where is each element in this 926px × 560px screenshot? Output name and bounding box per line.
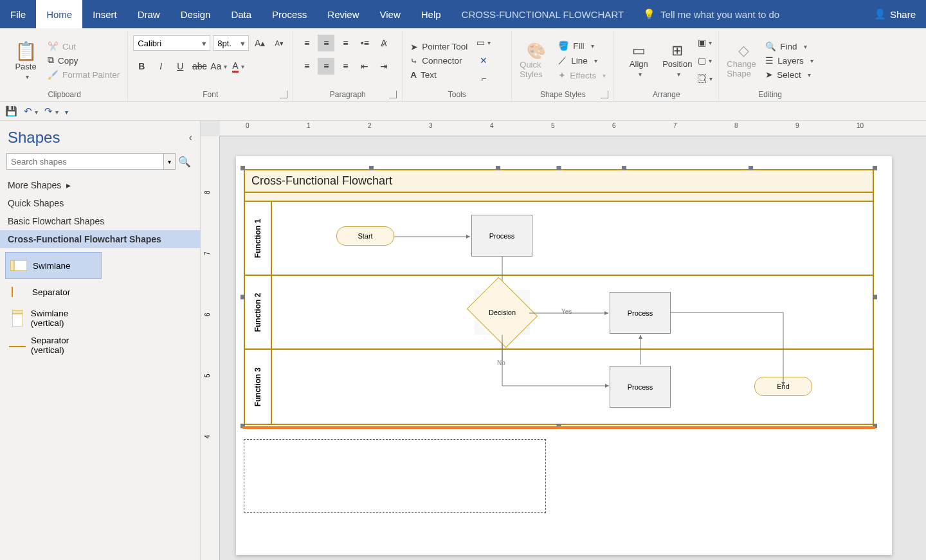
connector[interactable] [501, 343, 613, 388]
lane-label-text: Function 1 [253, 219, 262, 258]
dialog-launcher-icon[interactable] [280, 91, 287, 98]
share-button[interactable]: 👤 Share [864, 8, 926, 20]
save-button[interactable]: 💾 [5, 105, 17, 117]
select-button[interactable]: ➤Select [763, 68, 816, 81]
crop-tool-button[interactable]: ⌐ [475, 70, 492, 87]
layers-button[interactable]: ☰Layers [763, 54, 816, 67]
paste-button[interactable]: 📋 Paste [6, 32, 45, 89]
align-left-button[interactable]: ≡ [298, 58, 315, 75]
dialog-launcher-icon[interactable] [389, 91, 397, 98]
tab-review[interactable]: Review [317, 0, 369, 28]
shape-swimlane-vertical[interactable]: Swimlane (vertical) [5, 305, 102, 332]
lane-1[interactable]: Function 1 Start Process [245, 202, 873, 276]
redo-button[interactable]: ↷ [44, 105, 59, 117]
tab-process[interactable]: Process [262, 0, 317, 28]
decision-node[interactable]: Decision [475, 290, 530, 335]
shape-separator[interactable]: Separator [5, 279, 102, 305]
connector[interactable] [394, 235, 471, 242]
tab-insert[interactable]: Insert [82, 0, 127, 28]
bold-button[interactable]: B [133, 58, 150, 75]
shape-swimlane[interactable]: Swimlane [5, 252, 102, 279]
fill-button[interactable]: 🪣Fill [556, 39, 608, 52]
new-shape-placeholder[interactable] [244, 439, 546, 513]
search-go-button[interactable]: 🔍 [176, 153, 194, 170]
cut-button[interactable]: ✂️Cut [45, 40, 122, 53]
copy-button[interactable]: ⧉Copy [45, 54, 122, 67]
lane-body[interactable]: Start Process [272, 202, 873, 275]
category-cross-functional[interactable]: Cross-Functional Flowchart Shapes [0, 230, 200, 248]
tab-design[interactable]: Design [170, 0, 221, 28]
start-node[interactable]: Start [336, 226, 394, 246]
brush-icon: 🖌️ [48, 69, 59, 80]
collapse-panel-button[interactable]: ‹ [189, 132, 192, 143]
effects-button[interactable]: ✦Effects [556, 69, 608, 82]
category-basic-flowchart[interactable]: Basic Flowchart Shapes [0, 212, 200, 230]
tab-view[interactable]: View [369, 0, 410, 28]
lane-label[interactable]: Function 3 [245, 350, 272, 424]
lane-3[interactable]: Function 3 Process End [245, 350, 873, 424]
quick-styles-button[interactable]: 🎨 Quick Styles [517, 32, 556, 89]
process-node-1[interactable]: Process [471, 215, 532, 257]
align-button[interactable]: ▭Align [619, 32, 658, 89]
swimlane-container[interactable]: Cross-Functional Flowchart Function 1 St… [244, 169, 874, 425]
font-size-combo[interactable]: 8pt.▾ [213, 35, 249, 51]
align-top-center-button[interactable]: ≡ [318, 35, 334, 51]
find-label: Find [780, 42, 797, 51]
connection-point-button[interactable]: ✕ [475, 52, 492, 69]
canvas[interactable]: 0 1 2 3 4 5 6 7 8 9 10 8 7 6 5 4 [201, 121, 926, 560]
connector-tool-button[interactable]: ⤷Connector [408, 55, 470, 68]
swimlane-title[interactable]: Cross-Functional Flowchart [245, 170, 873, 193]
find-button[interactable]: 🔍Find [763, 40, 816, 53]
group-button[interactable]: ⿴ [696, 70, 713, 87]
shapes-search-input[interactable] [6, 153, 164, 170]
increase-indent-button[interactable]: ⇥ [376, 58, 392, 75]
tab-file[interactable]: File [0, 0, 36, 28]
bullets-button[interactable]: •≡ [356, 35, 373, 51]
align-top-right-button[interactable]: ≡ [337, 35, 354, 51]
lane-label[interactable]: Function 1 [245, 202, 272, 275]
underline-button[interactable]: U [172, 58, 188, 75]
category-quick-shapes[interactable]: Quick Shapes [0, 194, 200, 212]
align-top-left-button[interactable]: ≡ [298, 35, 315, 51]
clear-format-button[interactable]: A̷ [376, 35, 392, 51]
connector[interactable] [529, 312, 610, 318]
position-button[interactable]: ⊞Position [658, 32, 696, 89]
rectangle-tool-button[interactable]: ▭ [475, 34, 492, 51]
tab-data[interactable]: Data [221, 0, 262, 28]
drawing-page[interactable]: Cross-Functional Flowchart Function 1 St… [236, 156, 892, 555]
pointer-tool-button[interactable]: ➤Pointer Tool [408, 41, 470, 53]
align-right-button[interactable]: ≡ [337, 58, 354, 75]
italic-button[interactable]: I [152, 58, 169, 75]
connector[interactable] [639, 334, 646, 366]
lane-body[interactable]: Process End [272, 350, 873, 424]
bring-front-button[interactable]: ▣ [696, 34, 713, 51]
connector[interactable] [671, 311, 786, 388]
phase-bar[interactable] [245, 193, 873, 202]
more-shapes-item[interactable]: More Shapes ▸ [0, 176, 200, 194]
lane-label[interactable]: Function 2 [245, 276, 272, 348]
line-button[interactable]: ／Line [556, 53, 608, 68]
decrease-indent-button[interactable]: ⇤ [356, 58, 373, 75]
tab-help[interactable]: Help [411, 0, 451, 28]
font-family-combo[interactable]: Calibri▾ [133, 35, 210, 51]
shape-separator-vertical[interactable]: Separator (vertical) [5, 332, 102, 359]
format-painter-button[interactable]: 🖌️Format Painter [45, 68, 122, 81]
text-tool-button[interactable]: AText [408, 69, 470, 81]
search-dropdown-button[interactable]: ▾ [164, 153, 176, 170]
increase-font-button[interactable]: A▴ [251, 35, 268, 51]
tab-home[interactable]: Home [36, 0, 82, 28]
align-center-button[interactable]: ≡ [318, 58, 334, 75]
decrease-font-button[interactable]: A▾ [271, 35, 287, 51]
process-node-3[interactable]: Process [610, 366, 671, 408]
tab-draw[interactable]: Draw [127, 0, 170, 28]
font-color-button[interactable]: A [230, 58, 246, 75]
qat-customize-button[interactable]: ▾ [65, 105, 68, 116]
undo-button[interactable]: ↶ [24, 105, 38, 117]
dialog-launcher-icon[interactable] [601, 91, 608, 98]
process-node-2[interactable]: Process [610, 292, 671, 334]
send-back-button[interactable]: ▢ [696, 52, 713, 69]
strike-button[interactable]: abc [191, 58, 208, 75]
tell-me-search[interactable]: 💡 Tell me what you want to do [634, 8, 788, 20]
change-case-button[interactable]: Aa [210, 58, 227, 75]
change-shape-button[interactable]: ◇Change Shape [724, 32, 763, 89]
